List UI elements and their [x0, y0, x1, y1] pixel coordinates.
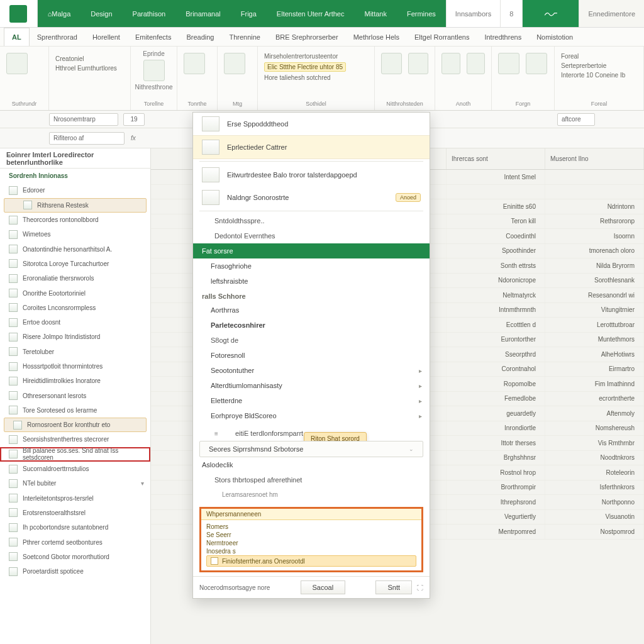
- appbar-tab[interactable]: Parathison: [123, 0, 176, 27]
- menu-item[interactable]: Sntdoldthsspre..: [193, 213, 430, 228]
- cell[interactable]: Neltmatyrck: [447, 288, 545, 303]
- cell[interactable]: Intnmthrmnth: [447, 303, 545, 318]
- cell[interactable]: [545, 170, 644, 184]
- cell[interactable]: Corontnahol: [447, 362, 545, 377]
- cell[interactable]: AlheHotiwrs: [545, 347, 644, 362]
- ribbon-tab[interactable]: [580, 28, 596, 46]
- cell[interactable]: Resesanondrl wi: [545, 288, 644, 303]
- ribbon-icon[interactable]: [224, 53, 245, 74]
- cell[interactable]: Intent Smel: [447, 170, 545, 184]
- nav-item[interactable]: Soetcond Gbotor mororthutiord: [0, 550, 150, 564]
- appbar-tab[interactable]: Eltensten Uterr Arthec: [267, 0, 355, 27]
- ribbon-icon[interactable]: [408, 53, 429, 74]
- ribbon-cmd[interactable]: Hthroel Eurnthurtlores: [55, 65, 124, 72]
- ribbon-tab[interactable]: Methrlose Hels: [346, 28, 407, 46]
- cell[interactable]: Vitungitrnier: [545, 303, 644, 318]
- menu-expand-icon[interactable]: ⛶: [417, 584, 423, 591]
- appbar-tab[interactable]: Brinamanal: [175, 0, 231, 27]
- nav-item[interactable]: Wimetoes: [0, 227, 150, 242]
- cell[interactable]: Sonth ettrsts: [447, 258, 545, 273]
- callout-item[interactable]: Nermtroeer: [206, 539, 416, 547]
- ribbon-cmd[interactable]: Interorte 10 Coneine Ib: [561, 72, 637, 79]
- cell[interactable]: Isferthnkrors: [545, 480, 644, 495]
- cell[interactable]: Roteleorin: [545, 465, 644, 480]
- cell[interactable]: Aftenmoly: [545, 406, 644, 421]
- ribbon-cmd[interactable]: Creatoniel: [55, 55, 124, 62]
- ribbon-icon[interactable]: [6, 53, 28, 74]
- cell[interactable]: Eurontorther: [447, 333, 545, 347]
- ribbon-cmd[interactable]: Mirseholentrertorusteentor: [264, 53, 368, 60]
- cell[interactable]: Sseorpthrd: [447, 347, 545, 362]
- nav-item[interactable]: Coroites Lnconsrormpless: [0, 301, 150, 315]
- ribbon-tab[interactable]: Thrennine: [221, 28, 268, 46]
- cell[interactable]: Ithrephsrond: [447, 495, 545, 509]
- appbar-right-0[interactable]: Innsambors: [446, 0, 500, 27]
- reference-box[interactable]: Rifiteroo af: [49, 132, 125, 145]
- cell[interactable]: Sorothlesnank: [545, 274, 644, 288]
- cell[interactable]: ecrortntherte: [545, 392, 644, 406]
- menu-button-primary[interactable]: Sacoal: [301, 580, 346, 594]
- cell[interactable]: geuardetly: [447, 406, 545, 421]
- col-header[interactable]: Ihrercas sont: [447, 148, 545, 169]
- cell[interactable]: Ropomolbe: [447, 377, 545, 391]
- nav-item[interactable]: Teretoluber: [0, 345, 150, 359]
- ribbon-icon[interactable]: [498, 53, 519, 74]
- appbar-accent[interactable]: [522, 0, 579, 27]
- cell[interactable]: Femedlobe: [447, 392, 545, 406]
- menu-item[interactable]: Frasoghriohe: [193, 258, 430, 274]
- name-box[interactable]: Nrosonemtrarp: [49, 113, 118, 126]
- nav-item[interactable]: Hireidtidlimtrolkies Inoratore: [0, 374, 150, 388]
- callout-item[interactable]: Inosedra s: [206, 547, 416, 555]
- ribbon-icon[interactable]: [467, 53, 486, 74]
- ribbon-cmd[interactable]: Eprinde: [143, 49, 164, 57]
- menu-item[interactable]: Aorthrras: [193, 303, 430, 318]
- cell[interactable]: Ecotttlen d: [447, 318, 545, 332]
- nav-item[interactable]: Seorsishstrenthertres stecrorer: [0, 432, 150, 447]
- nav-item[interactable]: Pthrer cortemd seotbontures: [0, 535, 150, 549]
- menu-item[interactable]: Eitwurtrdestee Balo troror talsterdapgoe…: [193, 164, 430, 186]
- cell[interactable]: Lerotttutbroar: [545, 318, 644, 332]
- ribbon-icon[interactable]: [526, 53, 547, 74]
- nav-item[interactable]: Sucornaldroerttrnstulios: [0, 462, 150, 476]
- menu-item[interactable]: Leramsaresnoet hm: [193, 487, 430, 502]
- ribbon-tab[interactable]: Emitenfects: [128, 28, 179, 46]
- nav-item[interactable]: Risere Jolmpo Itrindististord: [0, 330, 150, 344]
- ribbon-icon[interactable]: [441, 53, 460, 74]
- ribbon-icon[interactable]: [381, 53, 402, 74]
- ribbon-tab[interactable]: Horellent: [85, 28, 128, 46]
- callout-item[interactable]: Romers: [206, 523, 416, 531]
- ribbon-cmd[interactable]: Foreal: [561, 53, 637, 60]
- nav-item[interactable]: Ih pcobortondsre sutantobnerd: [0, 520, 150, 535]
- cell[interactable]: Ndoronicrope: [447, 274, 545, 288]
- menu-item[interactable]: Stors thbrtosped afrerethinet: [193, 472, 430, 487]
- cell[interactable]: tmorenach oloro: [545, 244, 644, 258]
- cell[interactable]: Muntethmors: [545, 333, 644, 347]
- cell[interactable]: Mentrpomred: [447, 525, 545, 539]
- appbar-tab[interactable]: Design: [80, 0, 122, 27]
- nav-item[interactable]: Tore Sorotesed os Ierarme: [0, 403, 150, 418]
- menu-item[interactable]: Parletecosnhirer: [193, 318, 430, 333]
- cell[interactable]: [545, 185, 644, 199]
- name-sel[interactable]: aftcore: [557, 113, 595, 126]
- ribbon-cmd[interactable]: Serteprerbertoie: [561, 62, 637, 69]
- nav-item[interactable]: Poroetardistt spoticee: [0, 564, 150, 579]
- nav-item[interactable]: Edoroer: [0, 183, 150, 197]
- ribbon-icon[interactable]: [184, 53, 205, 74]
- cell[interactable]: Nomshereush: [545, 421, 644, 436]
- cell[interactable]: Vis Rmthrnbr: [545, 436, 644, 450]
- nav-section-header[interactable]: Sordrenh Innionass: [0, 169, 150, 183]
- cell[interactable]: Northponno: [545, 495, 644, 509]
- ribbon-cmd[interactable]: Hore taliehesh sotchred: [264, 74, 368, 81]
- menu-button-secondary[interactable]: Sntt: [375, 580, 412, 594]
- nav-item[interactable]: Bill palanee sos.ses. Snd atnat Iss sets…: [0, 447, 150, 462]
- nav-item[interactable]: Interleitetontspros-tersrlel: [0, 491, 150, 506]
- menu-item[interactable]: S8ogt de: [193, 333, 430, 348]
- cell[interactable]: Visuanotin: [545, 510, 644, 525]
- col-header[interactable]: Museront Ilno: [545, 148, 644, 169]
- cell[interactable]: Teron kill: [447, 214, 545, 229]
- cell[interactable]: Fim Imathinnd: [545, 377, 644, 391]
- cell[interactable]: Eninitte s60: [447, 199, 545, 214]
- cell[interactable]: Cooedinthl: [447, 229, 545, 243]
- ribbon-tab[interactable]: Eltgel Rorrantlens: [407, 28, 477, 46]
- ribbon-highlighted-cmd[interactable]: Elic Sttthe Flectire uhtor 85: [264, 62, 346, 72]
